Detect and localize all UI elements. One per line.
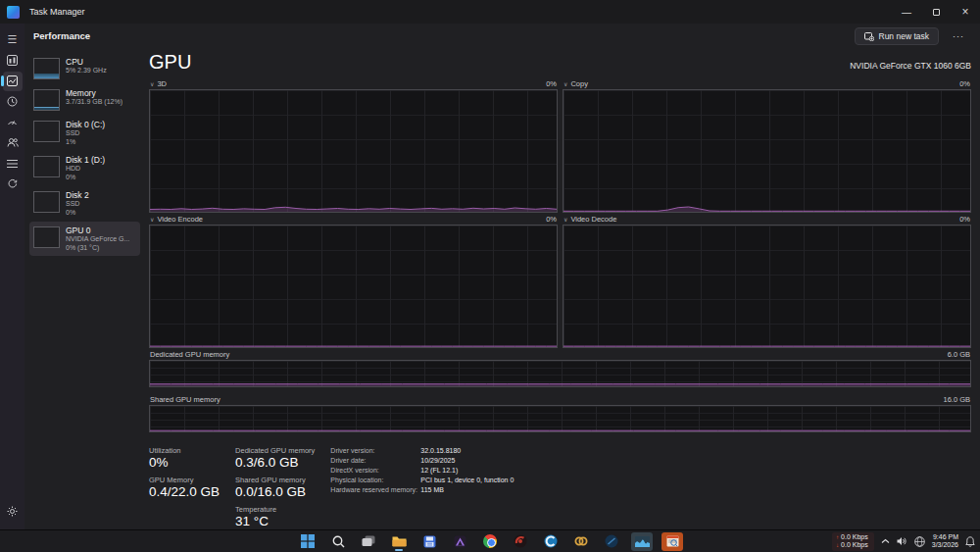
gpu-device-name: NVIDIA GeForce GTX 1060 6GB: [850, 61, 971, 74]
folder-icon: [392, 535, 407, 547]
stat-gpu-memory: GPU Memory 0.4/22.0 GB: [149, 476, 220, 500]
dark-blue-app-button[interactable]: [601, 532, 622, 551]
blue-swirl-app-icon: [544, 534, 558, 548]
stat-utilization: Utilization 0%: [149, 446, 220, 471]
chevron-up-icon: [881, 538, 890, 544]
chart-video-encode: [149, 225, 558, 348]
app-history-icon[interactable]: [0, 91, 24, 112]
memory-thumbnail-chart: [33, 89, 60, 111]
dark-red-app-icon: [514, 534, 527, 548]
dark-blue-app-icon: [605, 534, 618, 548]
gpu0-thumbnail-chart: [33, 226, 60, 248]
chevron-down-icon: ∨: [150, 216, 154, 223]
chart-video-encode-header[interactable]: ∨ Video Encode 0%: [149, 213, 558, 225]
new-task-icon: [864, 31, 874, 41]
chart-video-decode-header[interactable]: ∨ Video Decode 0%: [563, 213, 971, 225]
chart-shared-memory: [149, 405, 971, 432]
clock[interactable]: 9:46 PM 3/3/2026: [932, 533, 958, 550]
gpu-panel-title: GPU: [149, 51, 191, 74]
chart-3d: [149, 89, 558, 213]
settings-gear-icon[interactable]: [0, 501, 24, 522]
hidden-icons-chevron[interactable]: [881, 538, 890, 544]
volume-button[interactable]: [897, 536, 907, 546]
upload-speed: 0.0 Kbps: [841, 533, 868, 542]
globe-network-icon: [914, 536, 925, 547]
task-manager-graph-button[interactable]: [631, 532, 653, 551]
file-explorer-button[interactable]: [388, 532, 410, 551]
more-options-button[interactable]: ···: [947, 29, 970, 43]
sidebar-item-disk0[interactable]: Disk 0 (C:) SSD 1%: [29, 116, 140, 150]
chart-shared-memory-header: Shared GPU memory 16.0 GB: [149, 393, 971, 405]
stat-temperature: Temperature 31 °C: [235, 505, 315, 529]
blue-swirl-app-button[interactable]: [540, 532, 562, 551]
sidebar-item-cpu[interactable]: CPU 5% 2.39 GHz: [29, 53, 140, 83]
stat-dedicated-memory: Dedicated GPU memory 0.3/6.0 GB: [235, 446, 315, 471]
task-manager-app-icon: [7, 6, 20, 19]
chart-dedicated-memory-header: Dedicated GPU memory 6.0 GB: [149, 348, 971, 360]
minimize-button[interactable]: —: [892, 0, 921, 24]
purple-triangle-app-button[interactable]: [449, 532, 470, 551]
sidebar-item-disk2[interactable]: Disk 2 SSD 0%: [29, 186, 140, 221]
run-new-task-label: Run new task: [879, 31, 930, 41]
detail-driver-version: Driver version: 32.0.15.8180: [330, 447, 514, 456]
chart-dedicated-memory: [149, 360, 971, 387]
performance-icon[interactable]: [0, 71, 24, 91]
resource-monitor-icon: [666, 535, 679, 547]
close-button[interactable]: ×: [951, 0, 980, 24]
sidebar-item-disk1[interactable]: Disk 1 (D:) HDD 0%: [29, 151, 140, 185]
disk1-thumbnail-chart: [33, 156, 60, 177]
blue-save-app-button[interactable]: [418, 532, 440, 551]
task-manager-graph-icon: [635, 536, 650, 547]
run-new-task-button[interactable]: Run new task: [855, 27, 940, 45]
detail-directx-version: DirectX version: 12 (FL 12.1): [330, 467, 514, 476]
maximize-button[interactable]: [921, 0, 951, 24]
chart-copy: [563, 89, 971, 213]
performance-sidebar: CPU 5% 2.39 GHz Memory 3.7/31.9 GB (12%)…: [24, 48, 142, 529]
gpu-stats: Utilization 0% GPU Memory 0.4/22.0 GB De…: [149, 446, 971, 529]
disk0-thumbnail-chart: [33, 121, 60, 142]
detail-driver-date: Driver date: 10/29/2025: [330, 457, 514, 466]
chrome-button[interactable]: [479, 532, 501, 551]
gold-knot-app-button[interactable]: [570, 532, 592, 551]
chart-3d-header[interactable]: ∨ 3D 0%: [149, 77, 558, 89]
purple-triangle-app-icon: [454, 535, 466, 548]
task-view-button[interactable]: [358, 532, 379, 551]
resource-monitor-button[interactable]: [662, 532, 683, 551]
services-icon[interactable]: [0, 174, 24, 194]
gpu-detail-table: Driver version: 32.0.15.8180 Driver date…: [330, 446, 514, 529]
speaker-icon: [897, 536, 907, 546]
download-arrow-icon: ↓: [836, 541, 839, 550]
sidebar-item-memory[interactable]: Memory 3.7/31.9 GB (12%): [29, 84, 140, 115]
notifications-button[interactable]: [965, 536, 975, 547]
page-title: Performance: [33, 30, 90, 41]
menu-icon[interactable]: ☰: [0, 29, 24, 50]
chart-video-decode: [563, 225, 971, 348]
chevron-down-icon: ∨: [150, 80, 154, 87]
network-button[interactable]: [914, 536, 925, 547]
nav-rail: ☰: [0, 24, 24, 529]
start-button[interactable]: [297, 532, 318, 551]
network-speed-widget[interactable]: ↑0.0 Kbps ↓0.0 Kbps: [832, 532, 874, 551]
startup-apps-icon[interactable]: [0, 112, 24, 132]
details-icon[interactable]: [0, 153, 24, 174]
detail-hardware-reserved: Hardware reserved memory: 115 MB: [330, 486, 514, 495]
users-icon[interactable]: [0, 132, 24, 153]
content-header: Performance Run new task ···: [24, 24, 980, 48]
gpu-panel: GPU NVIDIA GeForce GTX 1060 6GB ∨ 3D 0%: [142, 48, 980, 529]
windows-logo-icon: [301, 534, 315, 548]
dark-red-app-button[interactable]: [510, 532, 531, 551]
chevron-down-icon: ∨: [564, 216, 567, 223]
tray-time: 9:46 PM: [932, 533, 958, 542]
cpu-thumbnail-chart: [33, 58, 60, 79]
disk2-thumbnail-chart: [33, 191, 60, 213]
tray-date: 3/3/2026: [932, 541, 958, 550]
chrome-icon: [483, 534, 497, 548]
window-title: Task Manager: [29, 7, 85, 17]
sidebar-item-gpu0[interactable]: GPU 0 NVIDIA GeForce G... 0% (31 °C): [29, 222, 140, 256]
upload-arrow-icon: ↑: [836, 533, 839, 542]
search-button[interactable]: [327, 532, 349, 551]
blue-save-app-icon: [423, 535, 436, 548]
chart-copy-header[interactable]: ∨ Copy 0%: [563, 77, 971, 89]
processes-icon[interactable]: [0, 50, 24, 71]
download-speed: 0.0 Kbps: [841, 541, 868, 550]
